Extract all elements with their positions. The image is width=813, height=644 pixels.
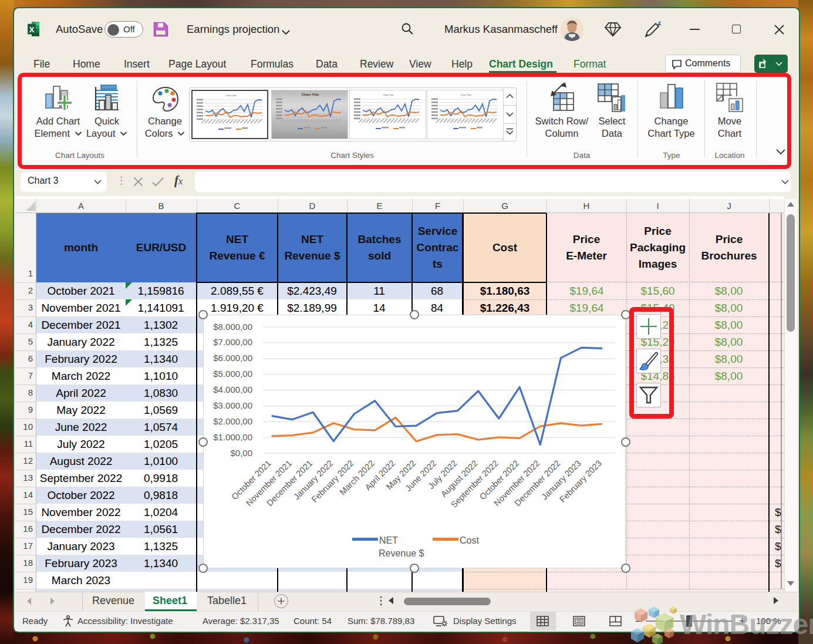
svg-text:$6.000,00: $6.000,00 bbox=[213, 353, 252, 363]
svg-text:$5.000,00: $5.000,00 bbox=[213, 369, 252, 379]
svg-text:$2.000,00: $2.000,00 bbox=[213, 416, 252, 426]
svg-text:NET: NET bbox=[379, 535, 398, 545]
svg-text:$0,00: $0,00 bbox=[230, 448, 252, 458]
svg-text:Cost: Cost bbox=[460, 535, 479, 545]
svg-text:$3.000,00: $3.000,00 bbox=[213, 400, 252, 410]
svg-text:Revenue $: Revenue $ bbox=[379, 548, 424, 558]
svg-text:$8.000,00: $8.000,00 bbox=[213, 322, 252, 332]
svg-text:$1.000,00: $1.000,00 bbox=[213, 432, 252, 442]
svg-text:X: X bbox=[29, 25, 35, 34]
svg-text:$7.000,00: $7.000,00 bbox=[213, 337, 252, 347]
svg-text:$4.000,00: $4.000,00 bbox=[213, 385, 252, 395]
